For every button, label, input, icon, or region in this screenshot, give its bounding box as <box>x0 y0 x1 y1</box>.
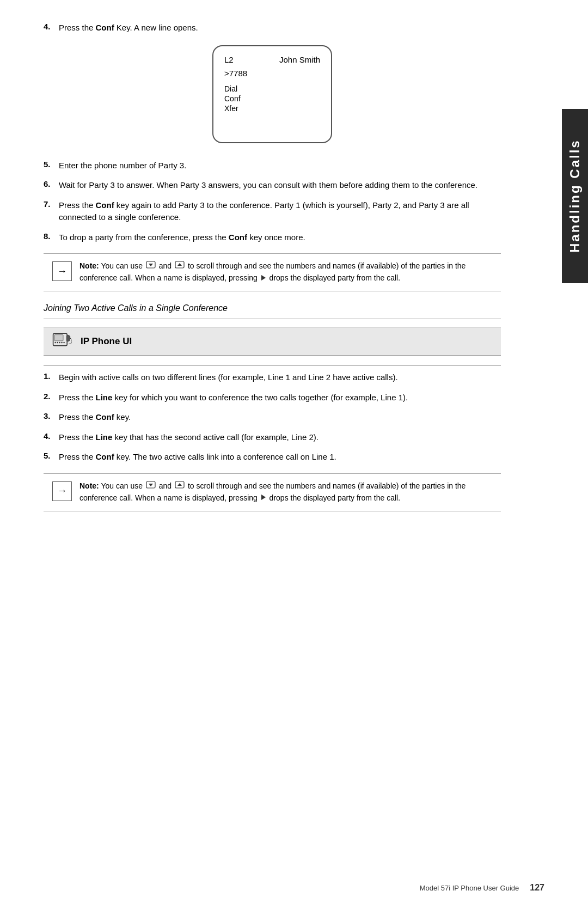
bottom-step-text-4: Press the Line key that has the second a… <box>59 431 501 444</box>
note-box-1: → Note: You can use and to scroll throug… <box>44 253 501 291</box>
scroll-up-icon <box>175 260 185 272</box>
divider-1 <box>44 319 501 319</box>
phone-number: >7788 <box>224 69 320 78</box>
bottom-step-number-5: 5. <box>44 451 57 460</box>
bottom-step-text-2: Press the Line key for which you want to… <box>59 392 501 404</box>
bottom-step-text-5: Press the Conf key. The two active calls… <box>59 451 501 463</box>
footer-page-number: 127 <box>530 883 544 893</box>
svg-marker-13 <box>149 484 153 486</box>
softkey-dial: Dial <box>224 84 320 93</box>
step-4: 4. Press the Conf Key. A new line opens. <box>44 22 501 34</box>
step-number-7: 7. <box>44 199 57 209</box>
step-number-6: 6. <box>44 179 57 188</box>
svg-point-10 <box>61 342 62 343</box>
phone-mockup-container: L2 John Smith >7788 Dial Conf Xfer <box>44 45 501 143</box>
step-number-4: 4. <box>44 22 57 31</box>
step-7: 7. Press the Conf key again to add Party… <box>44 199 501 224</box>
bottom-step-number-3: 3. <box>44 411 57 420</box>
phone-screen: L2 John Smith >7788 Dial Conf Xfer <box>212 45 332 143</box>
softkey-xfer: Xfer <box>224 104 320 113</box>
bottom-step-4: 4. Press the Line key that has the secon… <box>44 431 501 444</box>
svg-rect-6 <box>54 335 63 341</box>
note-arrow-icon-1: → <box>52 261 72 281</box>
svg-marker-1 <box>149 264 153 266</box>
phone-line: L2 <box>224 55 234 64</box>
ip-phone-banner: IP Phone UI <box>44 327 501 356</box>
divider-2 <box>44 365 501 366</box>
bottom-step-text-1: Begin with active calls on two different… <box>59 371 501 384</box>
scroll-up-icon-2 <box>175 480 185 492</box>
bottom-step-text-3: Press the Conf key. <box>59 411 501 424</box>
note-arrow-icon-2: → <box>52 481 72 501</box>
svg-point-9 <box>59 342 60 343</box>
footer-model: Model 57i IP Phone User Guide <box>420 884 519 892</box>
scroll-down-icon-2 <box>146 480 156 492</box>
svg-marker-3 <box>177 263 182 266</box>
softkey-conf: Conf <box>224 94 320 103</box>
step-6: 6. Wait for Party 3 to answer. When Part… <box>44 179 501 192</box>
page-content: 4. Press the Conf Key. A new line opens.… <box>0 0 544 565</box>
bottom-step-1: 1. Begin with active calls on two differ… <box>44 371 501 384</box>
phone-contact-name: John Smith <box>279 55 320 64</box>
step-text-6: Wait for Party 3 to answer. When Party 3… <box>59 179 501 192</box>
svg-marker-15 <box>177 483 182 486</box>
right-arrow-icon-2 <box>261 492 266 504</box>
step-text-5: Enter the phone number of Party 3. <box>59 160 501 172</box>
step-5: 5. Enter the phone number of Party 3. <box>44 160 501 172</box>
step-text-8: To drop a party from the conference, pre… <box>59 231 501 244</box>
step-number-8: 8. <box>44 231 57 241</box>
right-arrow-icon <box>261 273 266 285</box>
footer-right: Model 57i IP Phone User Guide 127 <box>420 883 544 893</box>
scroll-down-icon <box>146 260 156 272</box>
bottom-step-number-2: 2. <box>44 392 57 401</box>
page-footer: Model 57i IP Phone User Guide 127 <box>0 883 588 893</box>
phone-line-row: L2 John Smith <box>224 55 320 64</box>
bottom-step-number-1: 1. <box>44 371 57 381</box>
note-box-2: → Note: You can use and to scroll throug… <box>44 473 501 511</box>
bottom-step-3: 3. Press the Conf key. <box>44 411 501 424</box>
svg-marker-4 <box>261 275 266 280</box>
phone-icon <box>52 332 74 351</box>
note-content-2: Note: You can use and to scroll through … <box>79 480 492 504</box>
note-content-1: Note: You can use and to scroll through … <box>79 260 492 284</box>
step-8: 8. To drop a party from the conference, … <box>44 231 501 244</box>
sidebar-tab: Handling Calls <box>562 109 588 283</box>
bottom-step-5: 5. Press the Conf key. The two active ca… <box>44 451 501 463</box>
step-text-7: Press the Conf key again to add Party 3 … <box>59 199 501 224</box>
phone-soft-keys: Dial Conf Xfer <box>224 84 320 113</box>
bottom-step-2: 2. Press the Line key for which you want… <box>44 392 501 404</box>
svg-marker-16 <box>261 495 266 500</box>
section-heading: Joining Two Active Calls in a Single Con… <box>44 303 501 313</box>
ip-phone-label: IP Phone UI <box>81 336 132 347</box>
step-text-4: Press the Conf Key. A new line opens. <box>59 22 501 34</box>
step-number-5: 5. <box>44 160 57 169</box>
bottom-step-number-4: 4. <box>44 431 57 441</box>
svg-point-7 <box>54 342 56 343</box>
svg-point-11 <box>63 342 64 343</box>
svg-point-8 <box>57 342 58 343</box>
